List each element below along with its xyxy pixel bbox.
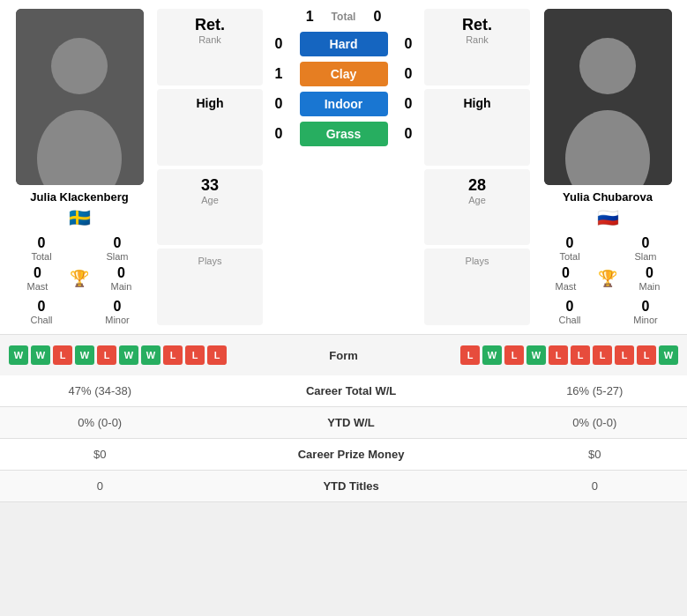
hard-p1: 0 (270, 36, 287, 52)
player1-total: 0 Total (9, 235, 74, 262)
form-badge-p1: W (141, 345, 161, 365)
stat-p1-value: $0 (0, 439, 200, 471)
stat-label: YTD Titles (200, 471, 503, 502)
player2-minor: 0 Minor (613, 299, 678, 325)
hard-p2: 0 (400, 36, 417, 52)
player2-age-box: 28 Age (424, 169, 530, 246)
player1-minor: 0 Minor (85, 299, 150, 325)
stats-tbody: 47% (34-38) Career Total W/L 16% (5-27) … (0, 375, 687, 502)
form-badge-p1: L (185, 345, 205, 365)
player1-main: 0 Main (93, 265, 150, 292)
total-p1: 1 (306, 9, 314, 25)
svg-point-1 (51, 38, 108, 94)
player1-mast: 0 Mast (9, 265, 66, 292)
player2-plays-box: Plays (424, 249, 530, 325)
stat-p1-value: 47% (34-38) (0, 375, 200, 407)
grass-badge: Grass (300, 122, 388, 146)
player2-lower-stats: 0 Chall 0 Minor (537, 299, 678, 325)
indoor-p2: 0 (400, 96, 417, 112)
player1-chall: 0 Chall (9, 299, 74, 325)
player1-plays-box: Plays (157, 249, 263, 325)
hard-row: 0 Hard 0 (270, 32, 417, 56)
form-badge-p1: L (53, 345, 72, 365)
form-badge-p2: L (504, 345, 524, 365)
grass-p1: 0 (270, 126, 287, 142)
player1-rank-box: Ret. Rank (157, 9, 263, 85)
player1-age-box: 33 Age (157, 169, 263, 246)
player1-slam: 0 Slam (85, 235, 150, 262)
form-badge-p2: L (593, 345, 612, 365)
hard-badge: Hard (300, 32, 388, 56)
indoor-row: 0 Indoor 0 (270, 92, 417, 116)
stats-row: 0% (0-0) YTD W/L 0% (0-0) (0, 407, 687, 439)
player1-avatar (16, 9, 144, 185)
form-badge-p2: W (482, 345, 502, 365)
stats-row: 47% (34-38) Career Total W/L 16% (5-27) (0, 375, 687, 407)
player2-middle-stats: Ret. Rank High 28 Age Plays (424, 9, 530, 325)
player1-lower-stats: 0 Chall 0 Minor (9, 299, 150, 325)
top-section: Julia Klackenberg 🇸🇪 0 Total 0 Slam 0 Ma… (0, 0, 687, 334)
player2-total: 0 Total (537, 235, 602, 262)
stat-label: YTD W/L (200, 407, 503, 439)
trophy-icon-p1: 🏆 (70, 269, 89, 288)
indoor-p1: 0 (270, 96, 287, 112)
form-badge-p1: L (163, 345, 183, 365)
form-badge-p1: W (9, 345, 28, 365)
player2-main: 0 Main (621, 265, 678, 292)
stat-p2-value: 16% (5-27) (503, 375, 687, 407)
total-row: 1 Total 0 (270, 9, 417, 25)
player1-card: Julia Klackenberg 🇸🇪 0 Total 0 Slam 0 Ma… (9, 9, 150, 325)
form-badge-p1: W (31, 345, 50, 365)
player1-form-badges: WWLWLWWLLL (9, 345, 227, 365)
form-section: WWLWLWWLLL Form LWLWLLLLLW (0, 334, 687, 375)
form-badge-p1: L (97, 345, 116, 365)
form-badge-p2: W (659, 345, 678, 365)
player2-card: Yulia Chubarova 🇷🇺 0 Total 0 Slam 0 Mast… (537, 9, 678, 325)
trophy-icon-p2: 🏆 (598, 269, 617, 288)
grass-row: 0 Grass 0 (270, 122, 417, 146)
player2-trophy-row: 0 Mast 🏆 0 Main (537, 265, 678, 292)
form-label: Form (329, 349, 358, 362)
player2-mast: 0 Mast (537, 265, 594, 292)
player1-name: Julia Klackenberg (30, 190, 128, 204)
stats-row: $0 Career Prize Money $0 (0, 439, 687, 471)
clay-p2: 0 (400, 66, 417, 82)
player1-high-box: High (157, 89, 263, 166)
player2-slam: 0 Slam (613, 235, 678, 262)
player1-stats: 0 Total 0 Slam (9, 235, 150, 262)
form-badge-p2: L (637, 345, 656, 365)
form-badge-p2: L (549, 345, 568, 365)
player1-trophy-row: 0 Mast 🏆 0 Main (9, 265, 150, 292)
player2-stats: 0 Total 0 Slam (537, 235, 678, 262)
form-badge-p2: L (615, 345, 634, 365)
stats-row: 0 YTD Titles 0 (0, 471, 687, 502)
player2-name: Yulia Chubarova (563, 190, 653, 204)
clay-p1: 1 (270, 66, 287, 82)
indoor-badge: Indoor (300, 92, 388, 116)
app-container: Julia Klackenberg 🇸🇪 0 Total 0 Slam 0 Ma… (0, 0, 687, 502)
clay-row: 1 Clay 0 (270, 62, 417, 86)
clay-badge: Clay (300, 62, 388, 86)
stat-label: Career Total W/L (200, 375, 503, 407)
player1-middle-stats: Ret. Rank High 33 Age Plays (157, 9, 263, 325)
player2-rank-box: Ret. Rank (424, 9, 530, 85)
player2-flag: 🇷🇺 (597, 207, 619, 228)
grass-p2: 0 (400, 126, 417, 142)
stat-p2-value: 0% (0-0) (503, 407, 687, 439)
player2-high-box: High (424, 89, 530, 166)
stat-label: Career Prize Money (200, 439, 503, 471)
stats-table: 47% (34-38) Career Total W/L 16% (5-27) … (0, 375, 687, 502)
form-badge-p2: L (571, 345, 590, 365)
player1-flag: 🇸🇪 (69, 207, 91, 228)
stat-p1-value: 0% (0-0) (0, 407, 200, 439)
player2-chall: 0 Chall (537, 299, 602, 325)
stat-p2-value: 0 (503, 471, 687, 502)
form-badge-p1: L (207, 345, 227, 365)
player2-form-badges: LWLWLLLLLW (460, 345, 678, 365)
form-row: WWLWLWWLLL Form LWLWLLLLLW (9, 345, 678, 365)
court-column: 1 Total 0 0 Hard 0 1 Clay 0 0 Indoor 0 0 (270, 9, 417, 325)
form-badge-p1: W (119, 345, 138, 365)
stat-p1-value: 0 (0, 471, 200, 502)
form-badge-p2: L (460, 345, 480, 365)
player2-avatar (544, 9, 672, 185)
